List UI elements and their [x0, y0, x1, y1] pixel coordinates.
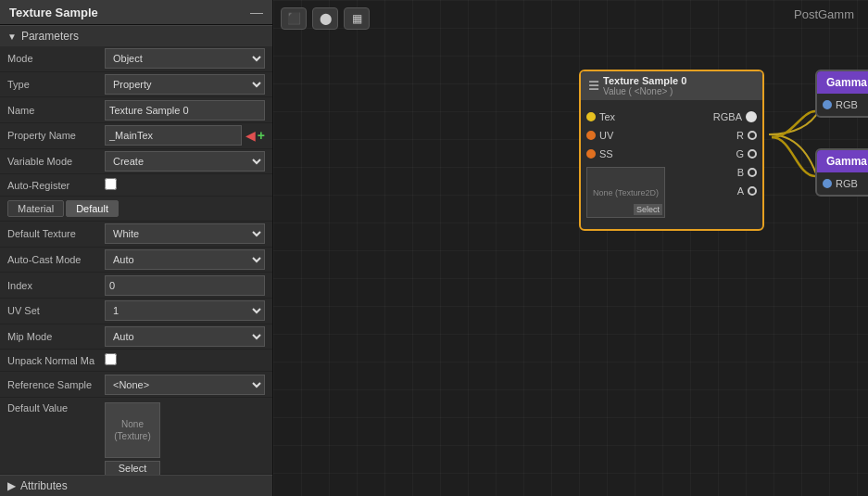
toolbar-icon-3[interactable]: ▦ — [344, 7, 370, 30]
property-name-input[interactable] — [105, 125, 242, 146]
toolbar-icon-3-symbol: ▦ — [352, 12, 362, 25]
g-label: G — [736, 148, 744, 159]
node-menu-icon[interactable]: ☰ — [588, 79, 599, 93]
default-tab[interactable]: Default — [66, 200, 119, 217]
gamma-top-header: Gamma To Linear ▼ — [817, 71, 868, 94]
gamma-bottom-header: Gamma To Linear ▼ — [817, 150, 868, 172]
name-input[interactable] — [105, 100, 265, 121]
gamma-top-rgb-label: RGB — [836, 99, 858, 110]
property-name-arrow-icon: ◀ — [245, 128, 256, 143]
right-ports: RGBA R G — [674, 104, 762, 225]
reference-sample-select[interactable]: <None> — [105, 375, 265, 395]
unpack-normal-row: Unpack Normal Ma — [0, 350, 272, 372]
attributes-label: Attributes — [20, 479, 68, 492]
variable-mode-label: Variable Mode — [7, 156, 105, 167]
auto-register-row: Auto-Register — [0, 174, 272, 197]
gamma-top-body: RGB — [817, 94, 868, 116]
unpack-normal-label: Unpack Normal Ma — [7, 355, 105, 366]
r-label: R — [736, 130, 744, 141]
mip-mode-row: Mip Mode Auto — [0, 324, 272, 350]
texture-select-button[interactable]: Select — [105, 461, 160, 476]
tex-port-left: Tex — [586, 111, 615, 122]
property-name-label: Property Name — [7, 130, 105, 141]
texture-sample-body: Tex UV SS — [581, 100, 762, 229]
auto-cast-row: Auto-Cast Mode Auto — [0, 248, 272, 273]
index-row: Index — [0, 273, 272, 299]
texture-sample-header: ☰ Texture Sample 0 Value ( <None> ) — [581, 71, 762, 100]
tex-port: Tex — [581, 108, 671, 126]
material-tabs: Material Default — [0, 197, 272, 222]
index-input[interactable] — [105, 275, 265, 296]
unpack-normal-value — [105, 353, 265, 368]
gamma-node-top: Gamma To Linear ▼ RGB — [815, 70, 868, 118]
attributes-arrow: ▶ — [7, 479, 16, 492]
variable-mode-value: Create — [105, 151, 265, 172]
node-canvas[interactable] — [273, 0, 868, 496]
gamma-top-title: Gamma To Linear — [826, 76, 868, 89]
panel-title-bar: Texture Sample — — [0, 0, 272, 25]
reference-sample-label: Reference Sample — [7, 379, 105, 390]
gamma-bottom-rgb-label: RGB — [836, 178, 858, 189]
texture-thumbnail-select[interactable]: Select — [634, 204, 662, 215]
reference-sample-row: Reference Sample <None> — [0, 372, 272, 398]
mode-row: Mode Object — [0, 46, 272, 72]
uv-set-select[interactable]: 1 — [105, 300, 265, 321]
default-texture-label: Default Texture — [7, 228, 105, 239]
name-value — [105, 100, 265, 121]
gamma-top-rgb-port: RGB — [823, 97, 868, 112]
gamma-top-rgb-dot — [823, 100, 832, 109]
toolbar-icon-1[interactable]: ⬛ — [281, 7, 307, 30]
mip-mode-select[interactable]: Auto — [105, 326, 265, 347]
mip-mode-value: Auto — [105, 326, 265, 347]
gamma-bottom-rgb-dot — [823, 179, 832, 188]
a-port-right: A — [737, 185, 757, 197]
g-dot — [748, 149, 757, 159]
rgba-dot — [746, 111, 757, 122]
variable-mode-select[interactable]: Create — [105, 151, 265, 172]
rgba-port-right: RGBA — [713, 111, 757, 122]
auto-cast-select[interactable]: Auto — [105, 249, 265, 270]
index-value — [105, 275, 265, 296]
unpack-normal-checkbox[interactable] — [105, 353, 117, 365]
material-tab[interactable]: Material — [7, 200, 64, 217]
type-label: Type — [7, 79, 105, 90]
default-value-label: Default Value — [7, 402, 105, 413]
r-port-right: R — [736, 130, 757, 141]
texture-thumbnail: None (Texture2D) Select — [586, 167, 665, 218]
auto-cast-label: Auto-Cast Mode — [7, 254, 105, 265]
g-port-right: G — [736, 148, 757, 159]
default-texture-row: Default Texture White — [0, 222, 272, 248]
attributes-section-header[interactable]: ▶ Attributes — [0, 475, 272, 496]
left-ports: Tex UV SS — [581, 104, 671, 225]
panel-close-button[interactable]: — — [250, 5, 263, 19]
uv-port-left: UV — [586, 130, 613, 141]
gamma-bottom-title: Gamma To Linear — [826, 155, 868, 168]
default-texture-select[interactable]: White — [105, 223, 265, 244]
uv-set-value: 1 — [105, 300, 265, 321]
rgba-label: RGBA — [713, 111, 742, 122]
reference-sample-value: <None> — [105, 375, 265, 395]
a-label: A — [737, 185, 744, 197]
parameters-section-header[interactable]: ▼ Parameters — [0, 25, 272, 46]
ss-port-left: SS — [586, 148, 613, 159]
top-label: PostGamm — [794, 7, 854, 21]
b-label: B — [737, 167, 744, 178]
uv-set-row: UV Set 1 — [0, 299, 272, 324]
right-panel: PostGamm ⬛ ⬤ ▦ ☰ Texture Sample 0 Value … — [273, 0, 868, 496]
property-name-row: Property Name ◀ + — [0, 123, 272, 149]
left-panel: Texture Sample — ▼ Parameters Mode Objec… — [0, 0, 273, 496]
r-dot — [748, 131, 757, 140]
type-select[interactable]: Property — [105, 74, 265, 95]
texture-thumbnail-label: None (Texture2D) — [593, 188, 659, 197]
type-value: Property — [105, 74, 265, 95]
auto-register-checkbox[interactable] — [105, 178, 117, 190]
ss-label: SS — [599, 148, 613, 159]
toolbar-icon-2[interactable]: ⬤ — [312, 7, 338, 30]
tex-label: Tex — [599, 111, 615, 122]
a-dot — [748, 186, 757, 196]
g-port: G — [730, 145, 762, 163]
mode-select[interactable]: Object — [105, 48, 265, 69]
property-name-add-icon[interactable]: + — [258, 128, 265, 143]
default-value-row: Default Value None(Texture) Select — [0, 398, 272, 475]
texture-preview: None(Texture) — [105, 402, 160, 458]
